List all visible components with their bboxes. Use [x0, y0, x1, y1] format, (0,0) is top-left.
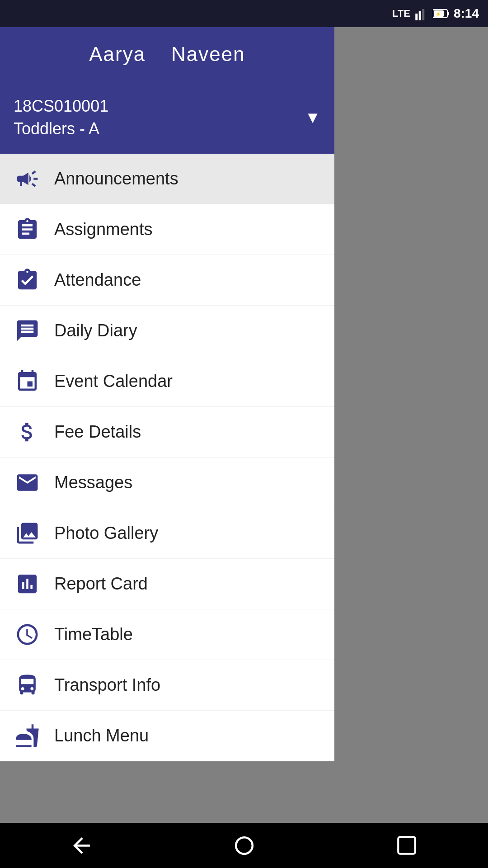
attendance-label: Attendance — [54, 270, 141, 290]
svg-rect-2 — [422, 9, 424, 20]
header-name-section: Aarya Naveen — [0, 27, 334, 81]
messages-label: Messages — [54, 473, 132, 492]
first-name: Aarya — [89, 43, 145, 65]
fee-details-label: Fee Details — [54, 422, 141, 442]
lte-signal-icon: LTE — [392, 8, 410, 19]
sidebar-item-transport-info[interactable]: Transport Info — [0, 660, 334, 711]
sidebar-item-daily-diary[interactable]: Daily Diary — [0, 306, 334, 356]
timetable-icon — [14, 621, 41, 648]
fee-details-icon — [14, 419, 41, 446]
report-card-icon — [14, 571, 41, 598]
back-button[interactable] — [63, 827, 99, 863]
signal-bars-icon — [415, 7, 428, 20]
student-info-section[interactable]: 18CS010001 Toddlers - A ▼ — [0, 81, 334, 154]
lunch-menu-icon — [14, 722, 41, 750]
event-calendar-label: Event Calendar — [54, 372, 173, 391]
attendance-icon — [14, 267, 41, 294]
time-display: 8:14 — [454, 6, 479, 21]
recents-button[interactable] — [389, 827, 425, 863]
sidebar-item-messages[interactable]: Messages — [0, 458, 334, 508]
sidebar-item-fee-details[interactable]: Fee Details — [0, 407, 334, 458]
event-calendar-icon — [14, 368, 41, 395]
daily-diary-label: Daily Diary — [54, 321, 137, 340]
svg-rect-1 — [419, 11, 421, 20]
sidebar-item-report-card[interactable]: Report Card — [0, 559, 334, 609]
messages-icon — [14, 469, 41, 496]
sidebar-item-timetable[interactable]: TimeTable — [0, 609, 334, 660]
sidebar-item-lunch-menu[interactable]: Lunch Menu — [0, 711, 334, 761]
student-class: Toddlers - A — [14, 119, 108, 138]
svg-text:⚡: ⚡ — [435, 11, 441, 17]
announcements-icon — [14, 165, 41, 193]
navigation-bar — [0, 823, 488, 868]
svg-rect-11 — [398, 837, 415, 854]
sidebar-item-attendance[interactable]: Attendance — [0, 255, 334, 306]
assignments-icon — [14, 216, 41, 243]
photo-gallery-icon — [14, 520, 41, 547]
timetable-label: TimeTable — [54, 625, 133, 644]
assignments-label: Assignments — [54, 220, 153, 239]
home-button[interactable] — [226, 827, 262, 863]
sidebar-item-assignments[interactable]: Assignments — [0, 204, 334, 255]
lunch-menu-label: Lunch Menu — [54, 726, 149, 745]
svg-point-10 — [236, 837, 253, 854]
student-id: 18CS010001 — [14, 97, 108, 116]
sidebar-item-event-calendar[interactable]: Event Calendar — [0, 356, 334, 407]
photo-gallery-label: Photo Gallery — [54, 524, 158, 543]
sidebar-item-announcements[interactable]: Announcements — [0, 154, 334, 204]
right-panel — [334, 27, 488, 787]
menu-list: Announcements Assignments Attendance Dai… — [0, 154, 334, 761]
svg-rect-4 — [447, 12, 449, 15]
battery-icon: ⚡ — [433, 9, 449, 19]
sidebar-item-photo-gallery[interactable]: Photo Gallery — [0, 508, 334, 559]
announcements-label: Announcements — [54, 169, 178, 189]
report-card-label: Report Card — [54, 574, 148, 594]
last-name: Naveen — [171, 43, 245, 65]
status-bar: LTE ⚡ 8:14 — [0, 0, 488, 27]
svg-rect-0 — [415, 14, 418, 20]
transport-info-icon — [14, 672, 41, 699]
student-name: Aarya Naveen — [89, 43, 245, 66]
dropdown-arrow-icon[interactable]: ▼ — [305, 108, 321, 127]
student-details: 18CS010001 Toddlers - A — [14, 97, 108, 138]
daily-diary-icon — [14, 317, 41, 344]
transport-info-label: Transport Info — [54, 675, 160, 695]
status-icons: LTE ⚡ 8:14 — [392, 6, 479, 21]
